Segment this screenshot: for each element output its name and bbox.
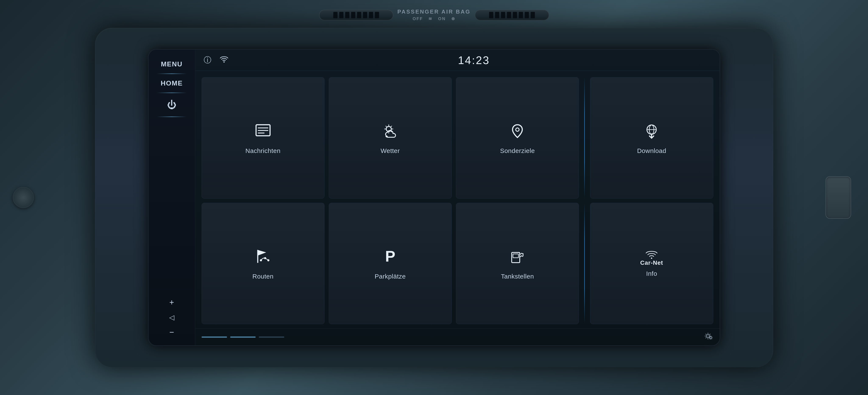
nachrichten-icon — [253, 121, 273, 143]
volume-down-button[interactable]: − — [167, 326, 176, 339]
wifi-icon — [220, 56, 228, 64]
volume-up-button[interactable]: + — [167, 296, 176, 309]
airbag-area: PASSENGER AIR BAG OFF ≋ ON ⊗ — [319, 8, 549, 22]
svg-point-25 — [651, 257, 652, 259]
info-label: Info — [646, 270, 657, 277]
screen-main: ⓘ 14:23 — [195, 50, 720, 345]
scroll-indicator-3 — [259, 336, 284, 338]
svg-rect-24 — [513, 254, 519, 258]
svg-point-26 — [707, 335, 709, 338]
download-label: Download — [637, 147, 666, 154]
sidebar: MENU HOME ⏻ + ◁ − — [149, 50, 195, 345]
left-vent — [319, 10, 393, 20]
sidebar-home-button[interactable]: HOME — [153, 75, 191, 91]
svg-text:P: P — [385, 248, 395, 265]
volume-icon: ◁ — [167, 311, 177, 323]
bottom-bar — [195, 329, 720, 345]
svg-point-0 — [223, 61, 225, 63]
info-circle-icon: ⓘ — [204, 55, 211, 65]
wetter-icon — [381, 121, 400, 143]
grid-vertical-divider — [584, 77, 585, 199]
scroll-indicator-2 — [230, 336, 256, 338]
grid-row-2: Routen P Parkplätze — [202, 203, 713, 324]
volume-controls: + ◁ − — [167, 296, 177, 339]
sidebar-divider-1 — [157, 74, 187, 74]
parkplaetze-label: Parkplätze — [375, 273, 406, 280]
parkplaetze-icon: P — [381, 247, 400, 269]
nav-knob[interactable] — [13, 187, 34, 208]
tile-wetter[interactable]: Wetter — [329, 77, 452, 199]
routen-label: Routen — [252, 273, 274, 280]
svg-line-10 — [386, 126, 386, 126]
nachrichten-label: Nachrichten — [245, 147, 281, 154]
sidebar-divider-3 — [157, 116, 187, 117]
svg-line-12 — [391, 126, 392, 126]
sidebar-power-button[interactable]: ⏻ — [153, 94, 191, 115]
tile-tankstellen[interactable]: Tankstellen — [456, 203, 579, 324]
scroll-indicator-1 — [202, 336, 227, 338]
tile-download[interactable]: Download — [590, 77, 713, 199]
tile-nachrichten[interactable]: Nachrichten — [202, 77, 324, 199]
infotainment-screen: MENU HOME ⏻ + ◁ − ⓘ — [148, 49, 720, 346]
car-interior: PASSENGER AIR BAG OFF ≋ ON ⊗ MENU HOME — [0, 0, 868, 395]
sonderziele-icon — [508, 121, 527, 143]
sidebar-menu-button[interactable]: MENU — [153, 56, 191, 72]
tankstellen-icon — [508, 247, 527, 269]
tile-sonderziele[interactable]: Sonderziele — [456, 77, 579, 199]
airbag-label: PASSENGER AIR BAG OFF ≋ ON ⊗ — [397, 8, 471, 22]
sidebar-divider-2 — [157, 92, 187, 93]
right-vent — [475, 10, 549, 20]
grid-vertical-divider-2 — [584, 203, 585, 324]
tile-info[interactable]: Car-Net Info — [590, 203, 713, 324]
dashboard-surround: MENU HOME ⏻ + ◁ − ⓘ — [95, 28, 773, 367]
grid-row-1: Nachrichten — [202, 77, 713, 199]
app-grid: Nachrichten — [195, 71, 720, 329]
door-handle — [826, 176, 851, 219]
svg-point-13 — [516, 128, 519, 131]
tankstellen-label: Tankstellen — [501, 273, 534, 280]
settings-button[interactable] — [703, 331, 713, 343]
carnet-icon: Car-Net — [640, 250, 663, 266]
clock-display: 14:23 — [237, 54, 711, 66]
tile-routen[interactable]: Routen — [202, 203, 324, 324]
download-icon — [642, 121, 661, 143]
tile-parkplaetze[interactable]: P Parkplätze — [329, 203, 452, 324]
sonderziele-label: Sonderziele — [500, 147, 535, 154]
header-bar: ⓘ 14:23 — [195, 50, 720, 71]
wetter-label: Wetter — [380, 147, 400, 154]
routen-icon — [253, 247, 273, 269]
